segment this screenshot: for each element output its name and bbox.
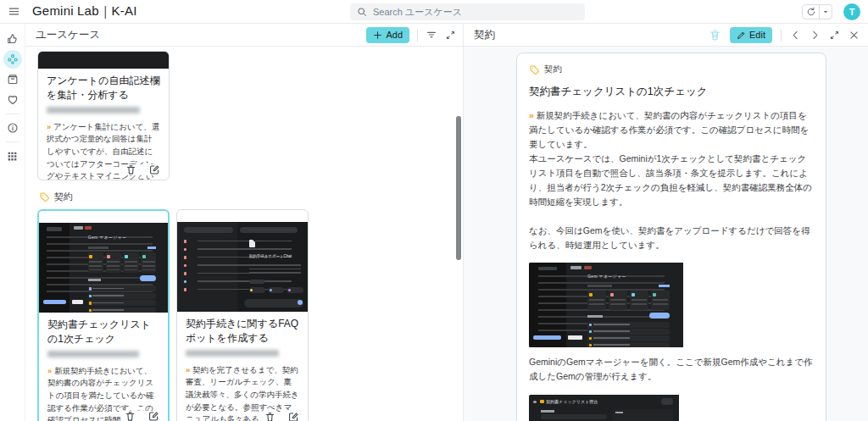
tag-icon	[529, 64, 540, 75]
rail-divider	[6, 141, 19, 142]
detail-paragraph: 本ユースケースでは、Geminiが1次チェックとして契約書とチェックリスト項目を…	[529, 152, 814, 209]
menu-icon[interactable]	[8, 5, 20, 18]
detail-panel-title: 契約	[474, 28, 495, 42]
use-case-card-grid: アンケートの自由記述欄を集計・分析する » アンケート集計において、選択式かつ定…	[25, 47, 463, 421]
refresh-dropdown-icon[interactable]	[819, 5, 832, 19]
header-divider	[417, 29, 418, 42]
delete-card-icon[interactable]	[125, 411, 136, 421]
app-window: Gemini Lab｜K-AI T	[0, 0, 868, 421]
card-thumbnail: 契約手続きサポートChat	[177, 210, 308, 312]
filter-icon[interactable]	[426, 29, 437, 41]
rail-item-use-cases[interactable]	[3, 50, 22, 69]
add-button[interactable]: Add	[366, 27, 409, 43]
heart-icon	[7, 94, 19, 106]
package-icon	[7, 74, 19, 86]
rail-item-thumbs-up[interactable]	[3, 30, 22, 48]
tag-icon	[39, 191, 50, 202]
expand-panel-icon[interactable]	[445, 30, 456, 41]
section-label: 契約	[54, 191, 73, 203]
rail-item-heart[interactable]	[3, 91, 22, 109]
search-box[interactable]	[350, 3, 585, 20]
search-icon	[357, 7, 367, 17]
detail-panel: 契約 Edit	[463, 24, 868, 421]
delete-card-icon[interactable]	[125, 164, 136, 175]
card-author-redacted	[186, 350, 279, 357]
use-case-card[interactable]: アンケートの自由記述欄を集計・分析する » アンケート集計において、選択式かつ定…	[37, 51, 170, 180]
prev-item-icon[interactable]	[790, 30, 801, 41]
card-thumbnail-cropped	[38, 52, 169, 69]
detail-screenshot-gem-manager: Gem マネージャー	[529, 263, 814, 347]
card-title: 契約手続きに関するFAQボットを作成する	[186, 317, 299, 346]
close-detail-icon[interactable]	[849, 30, 860, 41]
use-case-list-panel: ユースケース Add	[25, 24, 463, 421]
delete-use-case-icon[interactable]	[709, 29, 721, 42]
sync-split-button	[802, 4, 832, 19]
edit-card-icon[interactable]	[148, 411, 159, 421]
list-panel-title: ユースケース	[36, 28, 100, 42]
apps-grid-icon	[7, 151, 18, 162]
thumbs-up-icon	[7, 33, 19, 45]
use-case-card-selected[interactable]: Gem マネージャー 契約書チェックリストの1次チェック » 新規契約手続きにお…	[37, 209, 170, 421]
list-panel-header: ユースケース Add	[25, 24, 463, 47]
refresh-icon[interactable]	[803, 5, 819, 19]
header-divider	[781, 29, 782, 42]
pencil-icon	[737, 30, 746, 40]
rail-item-apps-grid[interactable]	[3, 147, 22, 165]
detail-tag-row: 契約	[529, 64, 814, 75]
app-title: Gemini Lab｜K-AI	[32, 3, 137, 19]
rail-item-package[interactable]	[3, 70, 22, 89]
use-case-card[interactable]: 契約手続きサポートChat 契約手続きに関するFAQボットを作成する » 契約を…	[176, 209, 309, 421]
topbar: Gemini Lab｜K-AI T	[0, 0, 868, 24]
detail-tag-label: 契約	[544, 64, 562, 75]
edit-card-icon[interactable]	[149, 164, 160, 175]
section-row: 契約	[39, 191, 463, 203]
detail-card: 契約 契約書チェックリストの1次チェック » 新規契約手続きにおいて、契約書の内…	[516, 53, 826, 421]
detail-panel-header: 契約 Edit	[464, 24, 868, 47]
edit-card-icon[interactable]	[288, 412, 299, 421]
card-thumbnail: Gem マネージャー	[39, 211, 168, 313]
detail-heading: 契約書チェックリストの1次チェック	[529, 85, 814, 99]
detail-paragraph: なお、今回はGemを使い、契約書をアップロードするだけで回答を得られる、時短運用…	[529, 224, 814, 252]
plus-icon	[373, 30, 382, 40]
detail-screenshot-gem-create: 契約書チェックリスト照合 契約書チェックリスト照合	[529, 395, 814, 421]
list-scrollbar-thumb[interactable]	[456, 116, 461, 260]
card-author-redacted	[47, 107, 140, 114]
delete-card-icon[interactable]	[264, 412, 275, 421]
detail-body: 契約 契約書チェックリストの1次チェック » 新規契約手続きにおいて、契約書の内…	[464, 47, 868, 421]
next-item-icon[interactable]	[810, 30, 821, 41]
icon-rail	[0, 24, 25, 421]
card-title: アンケートの自由記述欄を集計・分析する	[47, 74, 160, 102]
info-icon	[7, 122, 19, 134]
card-author-redacted	[47, 351, 139, 357]
detail-caption: GeminiのGemマネージャーを開く。ここで新規Gem作成やこれまで作成したG…	[529, 355, 814, 384]
rail-item-info[interactable]	[3, 119, 22, 137]
rail-divider	[6, 114, 19, 114]
avatar[interactable]: T	[843, 3, 860, 20]
expand-detail-icon[interactable]	[829, 30, 840, 41]
edit-button[interactable]: Edit	[730, 27, 772, 43]
card-title: 契約書チェックリストの1次チェック	[47, 318, 159, 346]
detail-paragraph: » 新規契約手続きにおいて、契約書の内容がチェックリストの項目を満たしているか確…	[529, 108, 814, 152]
search-input[interactable]	[373, 7, 578, 17]
use-cases-icon	[7, 53, 19, 65]
